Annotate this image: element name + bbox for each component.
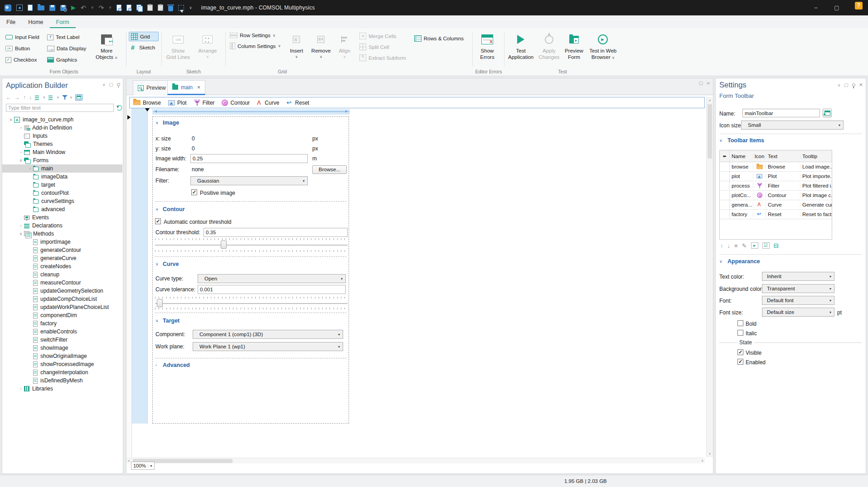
tree-item[interactable]: ∨ image_to_curve.mph	[2, 116, 122, 124]
icon-size-select[interactable]: Small ▾	[741, 121, 844, 130]
toolbar-item-row[interactable]: genera... Curve Generate cur...	[720, 200, 832, 210]
selected-column-band[interactable]	[132, 108, 148, 424]
chevron-down-icon[interactable]: ∨	[155, 121, 160, 125]
edit-item-icon[interactable]: ✎	[742, 242, 747, 249]
tree-item[interactable]: imageData	[2, 173, 122, 181]
tab-preview[interactable]: Preview	[133, 80, 171, 95]
tree-item[interactable]: showProcessedImage	[2, 360, 122, 368]
pin-icon[interactable]	[117, 83, 120, 86]
chevron-down-icon[interactable]: ∨	[719, 138, 724, 143]
preview-document-icon[interactable]	[116, 5, 121, 11]
name-input[interactable]	[742, 109, 820, 117]
chevron-down-icon[interactable]: ∨	[719, 259, 724, 264]
float-editor-icon[interactable]: ▢	[699, 81, 703, 86]
scrollbar-thumb[interactable]	[708, 104, 712, 159]
enabled-checkbox[interactable]: ✓	[737, 359, 743, 365]
tree-item[interactable]: switchFilter	[2, 336, 122, 344]
paste-forward-icon[interactable]	[158, 5, 163, 11]
tree-item[interactable]: › Add-in Definition	[2, 124, 122, 132]
align-button[interactable]: Align ∨	[336, 32, 353, 61]
row-marker-icon[interactable]	[127, 115, 131, 120]
form-toolbar-button[interactable]: Plot	[168, 100, 187, 106]
split-cell-button[interactable]: Split Cell	[358, 43, 407, 51]
float-panel-icon[interactable]: ▢	[109, 82, 113, 87]
zoom-control[interactable]: 100% ▼	[131, 462, 155, 470]
maximize-button[interactable]: ▢	[826, 0, 847, 15]
add-separator-icon[interactable]: ⊟	[774, 242, 779, 249]
forward-icon[interactable]: →	[15, 94, 20, 101]
column-marker-icon[interactable]	[145, 108, 150, 111]
tab-main[interactable]: main ×	[167, 80, 205, 95]
chevron-down-icon[interactable]: ∨	[57, 96, 59, 99]
section-contour[interactable]: ∨ Contour	[155, 206, 185, 212]
expand-columns-icon[interactable]: ▸▸	[720, 150, 730, 162]
chevron-down-icon[interactable]: ∨	[155, 262, 160, 266]
form-toolbar-button[interactable]: Curve	[257, 100, 279, 106]
new-file-icon[interactable]	[28, 5, 33, 11]
section-target[interactable]: ∨ Target	[155, 318, 179, 324]
tree-item[interactable]: measureContour	[2, 279, 122, 287]
bold-checkbox[interactable]	[737, 320, 743, 326]
preview-form-button[interactable]: Preview Form	[563, 32, 585, 62]
save-as-icon[interactable]	[60, 5, 66, 11]
expand-all-icon[interactable]: ≡	[35, 94, 41, 101]
close-panel-icon[interactable]: ✕	[859, 82, 863, 88]
toolbar-item-row[interactable]: process Filter Plot filtered i...	[720, 181, 832, 191]
contour-threshold-input[interactable]	[204, 228, 348, 237]
table-empty-area[interactable]	[720, 219, 832, 239]
help-icon[interactable]: ?	[855, 2, 863, 10]
form-selection-outline[interactable]: ∨ Image x: size 0 px y: size 0 px Image …	[152, 116, 349, 424]
chevron-down-icon[interactable]: ∨	[155, 207, 160, 212]
chevron-right-icon[interactable]: ›	[155, 363, 160, 367]
toolbar-item-row[interactable]: factory Reset Reset to fact...	[720, 210, 832, 219]
tree-item[interactable]: generateCurve	[2, 254, 122, 262]
tree-item[interactable]: isDefinedByMesh	[2, 376, 122, 385]
image-width-input[interactable]	[190, 154, 308, 163]
minimize-button[interactable]: –	[805, 0, 826, 15]
vertical-scrollbar[interactable]: ▴ ▾	[706, 97, 713, 457]
open-file-icon[interactable]	[38, 5, 44, 10]
slider-handle[interactable]	[157, 299, 163, 307]
ribbon-button[interactable]: Graphics	[45, 54, 91, 65]
form-toolbar-button[interactable]: Reset	[286, 100, 309, 106]
tree-expander-icon[interactable]: ∨	[18, 231, 24, 236]
redo-icon[interactable]: ↷	[99, 5, 104, 11]
tree-item[interactable]: importImage	[2, 238, 122, 246]
tree-item[interactable]: changeInterpolation	[2, 368, 122, 376]
move-up-icon[interactable]: ↑	[720, 242, 723, 249]
pin-icon[interactable]	[852, 83, 855, 87]
row-settings-button[interactable]: Row Settings ∨	[228, 32, 282, 39]
tree-item[interactable]: updateGeometrySelection	[2, 287, 122, 295]
tree-expander-icon[interactable]: ∨	[8, 117, 14, 122]
text-color-select[interactable]: Inherit ▾	[762, 272, 834, 281]
paste-icon[interactable]	[147, 5, 153, 11]
refresh-icon[interactable]	[116, 105, 122, 111]
ribbon-button[interactable]: Text Label	[45, 32, 91, 43]
merge-cells-button[interactable]: Merge Cells	[358, 32, 407, 40]
tree-item[interactable]: contourPlot	[2, 189, 122, 197]
model-tree-toggle-icon[interactable]	[75, 94, 82, 101]
go-to-source-button[interactable]	[823, 109, 832, 117]
filter-input[interactable]	[6, 104, 114, 112]
editor-menu-icon[interactable]: ≂	[707, 81, 710, 86]
section-image[interactable]: ∨ Image	[155, 120, 179, 126]
tree-item[interactable]: componentDim	[2, 311, 122, 319]
select-region-icon[interactable]	[178, 5, 184, 11]
show-errors-button[interactable]: Show Errors	[475, 32, 499, 61]
italic-checkbox[interactable]	[737, 330, 743, 336]
tree-item[interactable]: curveSettings	[2, 197, 122, 205]
font-size-select[interactable]: Default size ▾	[762, 308, 834, 317]
undo-icon[interactable]: ↶	[81, 5, 86, 11]
toolbar-overflow-icon[interactable]: ∨	[189, 5, 192, 11]
chevron-down-icon[interactable]: ∨	[155, 318, 160, 323]
tree-item[interactable]: ∨ Forms	[2, 156, 122, 164]
add-item-icon[interactable]: ▸	[751, 242, 758, 249]
filter-select[interactable]: Gaussian ▾	[190, 176, 308, 185]
move-down-icon[interactable]: ↓	[29, 94, 32, 101]
tree-item[interactable]: factory	[2, 319, 122, 328]
toolbar-item-row[interactable]: plotCo... Contour Plot image c...	[720, 191, 832, 200]
extract-subform-button[interactable]: Extract Subform	[358, 53, 407, 62]
apply-changes-button[interactable]: Apply Changes	[538, 32, 560, 62]
application-window-icon[interactable]	[16, 5, 23, 11]
test-web-browser-button[interactable]: Test in Web Browser ∨	[588, 32, 618, 62]
